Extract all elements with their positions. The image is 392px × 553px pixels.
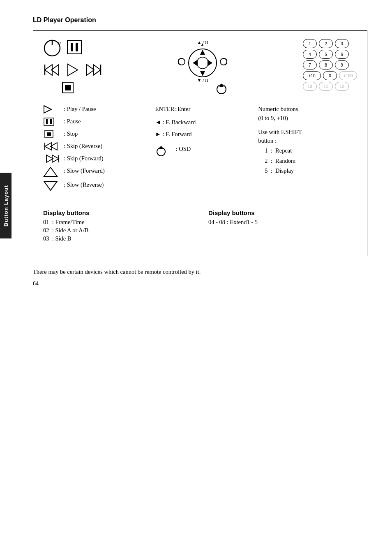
key-3[interactable]: 3 xyxy=(335,39,349,48)
dpad-wrapper: ▲ / II ▼ / II xyxy=(178,39,227,84)
key-10[interactable]: 10 xyxy=(303,82,317,91)
legend-enter: ENTER: Enter xyxy=(155,105,254,113)
legend-pause: : Pause xyxy=(43,117,151,126)
key-0[interactable]: 0 xyxy=(323,71,337,80)
enter-text: ENTER: Enter xyxy=(155,105,191,113)
key-8[interactable]: 8 xyxy=(319,60,333,69)
legend-f-forward: ► : F. Forward xyxy=(155,130,254,138)
dpad-outer-left xyxy=(178,58,185,65)
sidebar-tab: Button Layout xyxy=(0,173,12,238)
keypad-row-5: 10 11 12 xyxy=(303,82,349,91)
svg-marker-21 xyxy=(193,60,198,66)
slow-fwd-text: : Slow (Forward) xyxy=(64,167,105,175)
top-row: 1/U xyxy=(43,39,82,57)
svg-rect-6 xyxy=(76,43,78,51)
keypad-row-1: 1 2 3 xyxy=(303,39,349,48)
page-title: LD Player Operation xyxy=(33,16,367,24)
svg-marker-25 xyxy=(200,71,205,76)
skip-rev-symbol xyxy=(43,142,62,151)
main-box: 1/U xyxy=(33,30,367,256)
legend-f-backward: ◄ : F. Backward xyxy=(155,118,254,126)
svg-rect-5 xyxy=(71,43,73,51)
play-pause-text: : Play / Pause xyxy=(64,105,96,113)
play-icon xyxy=(66,63,79,79)
svg-text:▲: ▲ xyxy=(201,42,204,46)
stop-symbol xyxy=(43,130,62,139)
display-item-02: 02 : Side A or A/B xyxy=(43,227,192,234)
footer-note: There may be certain devices which canno… xyxy=(33,268,367,275)
icon-group-left: 1/U xyxy=(43,39,102,95)
stop-icon-row xyxy=(62,82,74,95)
sidebar-label: Button Layout xyxy=(3,185,9,226)
skip-fwd-text: : Skip (Forward) xyxy=(64,154,104,162)
legend-col1: : Play / Pause : Pause xyxy=(43,105,151,194)
svg-marker-24 xyxy=(200,50,205,55)
legend-skip-fwd: : Skip (Forward) xyxy=(43,154,151,163)
play-pause-symbol xyxy=(43,105,62,114)
icon-area: 1/U xyxy=(43,39,357,95)
fshift-items: 1 : Repeat 2 : Random 5 : Display xyxy=(265,146,357,176)
legend-osd: : OSD xyxy=(155,145,254,156)
display-item-04-08: 04 - 08 : Extend1 - 5 xyxy=(208,219,357,226)
key-2[interactable]: 2 xyxy=(319,39,333,48)
key-5[interactable]: 5 xyxy=(319,50,333,59)
skip-fwd-symbol xyxy=(43,154,62,163)
legend-stop: : Stop xyxy=(43,130,151,139)
keypad-row-4: +10 0 +100 xyxy=(303,71,357,80)
svg-marker-41 xyxy=(44,167,57,176)
pause-icon-top xyxy=(67,40,82,56)
svg-rect-31 xyxy=(46,119,48,124)
svg-marker-22 xyxy=(208,60,212,66)
key-6[interactable]: 6 xyxy=(335,50,349,59)
dpad-area: ▲ / II ▼ / II xyxy=(178,39,227,84)
numeric-buttons-text: Numeric buttons(0 to 9, +10) xyxy=(258,105,357,123)
display-col-right: Display buttons 04 - 08 : Extend1 - 5 xyxy=(208,209,357,243)
legend-col2: ENTER: Enter ◄ : F. Backward ► : F. Forw… xyxy=(155,105,254,194)
svg-text:1/U: 1/U xyxy=(58,41,61,44)
fshift-item-1: 1 : Repeat xyxy=(265,146,357,156)
key-1[interactable]: 1 xyxy=(303,39,317,48)
display-title-left: Display buttons xyxy=(43,209,192,216)
svg-rect-32 xyxy=(50,119,52,124)
svg-rect-34 xyxy=(47,132,51,136)
key-9[interactable]: 9 xyxy=(335,60,349,69)
svg-point-20 xyxy=(197,57,208,69)
svg-marker-44 xyxy=(159,146,163,149)
display-item-01: 01 : Frame/Time xyxy=(43,219,192,226)
legend-skip-rev: : Skip (Reverse) xyxy=(43,142,151,151)
key-4[interactable]: 4 xyxy=(303,50,317,59)
stop-text: : Stop xyxy=(64,130,78,138)
dpad-outer-right xyxy=(220,58,227,65)
key-7[interactable]: 7 xyxy=(303,60,317,69)
svg-marker-10 xyxy=(68,64,78,76)
key-12[interactable]: 12 xyxy=(335,82,349,91)
f-backward-text: ◄ : F. Backward xyxy=(155,118,196,126)
svg-rect-30 xyxy=(44,118,54,125)
osd-symbol xyxy=(155,145,174,156)
legend-play-pause: : Play / Pause xyxy=(43,105,151,114)
osd-indicator xyxy=(216,83,227,96)
svg-text:▼ / II: ▼ / II xyxy=(197,78,208,83)
fshift-item-5: 5 : Display xyxy=(265,166,357,176)
pause-text: : Pause xyxy=(64,117,81,125)
display-col-left: Display buttons 01 : Frame/Time 02 : Sid… xyxy=(43,209,192,243)
key-plus100[interactable]: +100 xyxy=(339,71,357,80)
slow-rev-symbol xyxy=(43,180,62,191)
skip-forward-icon xyxy=(83,63,102,79)
svg-rect-4 xyxy=(67,41,81,54)
svg-rect-15 xyxy=(65,85,71,90)
osd-text: : OSD xyxy=(176,145,191,153)
key-plus10[interactable]: +10 xyxy=(303,71,321,80)
keypad-area: 1 2 3 4 5 6 7 8 9 +10 xyxy=(303,39,357,91)
legend-slow-rev: : Slow (Reverse) xyxy=(43,180,151,191)
fshift-text: Use with F.SHIFTbutton : xyxy=(258,128,357,146)
fshift-item-2: 2 : Random xyxy=(265,156,357,166)
legend-area: : Play / Pause : Pause xyxy=(43,105,357,194)
display-section: Display buttons 01 : Frame/Time 02 : Sid… xyxy=(43,203,357,243)
display-item-03: 03 : Side B xyxy=(43,235,192,242)
keypad-row-2: 4 5 6 xyxy=(303,50,349,59)
pause-symbol xyxy=(43,117,62,126)
key-11[interactable]: 11 xyxy=(319,82,333,91)
page-number: 64 xyxy=(33,280,367,287)
skip-rev-text: : Skip (Reverse) xyxy=(64,142,102,150)
